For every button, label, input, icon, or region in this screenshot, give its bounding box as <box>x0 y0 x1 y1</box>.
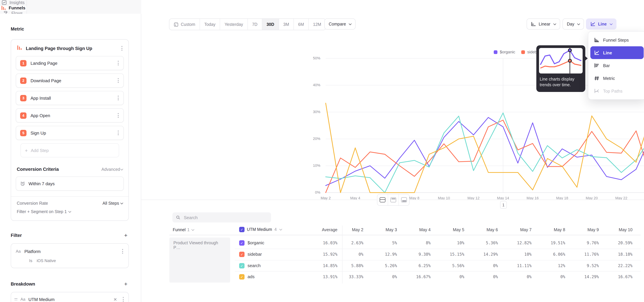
step-menu-button[interactable] <box>116 77 120 84</box>
step-number-badge: 3 <box>20 95 26 101</box>
chart-type-menu-item[interactable]: Bar <box>590 59 644 72</box>
all-steps-dropdown[interactable]: All Steps <box>102 201 123 206</box>
table-cell: 0% <box>464 264 498 268</box>
step-menu-button[interactable] <box>116 112 120 119</box>
string-type-icon: Aa <box>16 249 21 254</box>
table-row[interactable]: ✓ ads 13.91% 33.33%0%16.67%0%0%0%0%14.29… <box>170 271 644 282</box>
table-cell: 8% <box>397 240 431 245</box>
tab-label: Funnels <box>9 5 26 10</box>
annotation-marker[interactable]: 1 <box>500 201 507 209</box>
table-cell: 15.15% <box>431 252 464 257</box>
conversion-window-button[interactable]: Within 7 days <box>16 176 124 190</box>
bar-icon <box>594 63 600 68</box>
search-icon <box>176 215 180 220</box>
step-menu-button[interactable] <box>116 129 120 136</box>
add-filter-button[interactable]: + <box>123 232 129 239</box>
filter-property[interactable]: Platform <box>24 249 117 254</box>
conversion-criteria-label: Conversion Criteria <box>17 167 102 172</box>
funnel-step-row[interactable]: 3 App Install <box>16 91 124 105</box>
filter-operator[interactable]: Is <box>29 258 32 263</box>
tooltip-arrow <box>585 56 588 61</box>
table-cell: 12.9% <box>364 252 397 257</box>
date-column-header: May 6 <box>464 228 498 232</box>
table-cell: 18.18% <box>599 252 632 257</box>
date-column-header: May 10 <box>599 228 632 232</box>
table-row[interactable]: ✓ $organic 16.03% 2.63%5%8%10%5.36%12.82… <box>170 237 644 249</box>
table-cell: 20.59% <box>599 240 632 245</box>
metric-icon <box>594 76 600 81</box>
table-search <box>172 212 271 222</box>
insights-icon <box>2 0 7 5</box>
funnel-menu-button[interactable] <box>120 45 124 52</box>
conversion-rate-label: Conversion Rate <box>17 201 102 206</box>
funnel-step-row[interactable]: 4 App Open <box>16 108 124 122</box>
series-checkbox[interactable]: ✓ <box>239 240 244 246</box>
step-number-badge: 4 <box>20 112 26 118</box>
table-cell: 33.33% <box>330 274 364 279</box>
chart-type-menu-item[interactable]: Funnel Steps <box>590 34 644 46</box>
top-paths-icon <box>594 88 600 94</box>
search-input[interactable] <box>183 214 268 220</box>
report-tabs: Insights Funnels Flows Retention <box>0 0 141 14</box>
filter-menu-button[interactable] <box>121 248 124 255</box>
date-column-header: May 3 <box>364 228 397 232</box>
alarm-clock-icon <box>20 181 25 186</box>
breakdown-column-dropdown[interactable]: ✓ UTM Medium 4 <box>239 227 282 232</box>
table-cell: 14.29% <box>565 274 599 279</box>
advanced-dropdown[interactable]: Advanced <box>102 167 123 172</box>
date-column-header: May 9 <box>565 228 599 232</box>
breakdown-property[interactable]: UTM Medium <box>28 297 109 302</box>
chart-type-menu-item[interactable]: Line <box>590 46 644 59</box>
table-row[interactable]: ✓ search 14.85% 5.88%5.26%6.25%5.56%0%11… <box>170 260 644 272</box>
table-row[interactable]: ✓ sidebar 15.92% 0%12.9%9.38%15.15%14.29… <box>170 249 644 260</box>
series-checkbox[interactable]: ✓ <box>239 274 244 280</box>
breakdown-section-label: Breakdown <box>11 282 123 286</box>
date-column-header: May 5 <box>431 228 464 232</box>
date-column-headers: May 2May 3May 4May 5May 6May 7May 8May 9… <box>330 228 632 232</box>
funnel-step-row[interactable]: 2 Download Page <box>16 74 124 88</box>
table-cell: 0% <box>464 274 498 279</box>
plus-icon: + <box>25 148 28 153</box>
funnel-title: Landing Page through Sign Up <box>26 46 120 51</box>
drag-handle-icon[interactable] <box>14 298 18 300</box>
funnel-step-row[interactable]: 1 Landing Page <box>16 56 124 70</box>
chart-type-menu-item[interactable]: Top Paths <box>590 84 644 97</box>
step-label: Sign Up <box>30 130 116 136</box>
series-checkbox[interactable]: ✓ <box>239 263 244 268</box>
chart-type-menu-item[interactable]: Metric <box>590 72 644 84</box>
table-cell: 5.36% <box>464 240 498 245</box>
funnel-metric-card: Landing Page through Sign Up 1 Landing P… <box>11 39 129 221</box>
table-header: Funnel 1 ✓ UTM Medium 4 Average May 2May… <box>170 226 644 235</box>
table-cell: 12.82% <box>498 240 532 245</box>
date-column-header: May 7 <box>498 228 532 232</box>
funnel-chart-icon <box>17 45 22 52</box>
filter-card: Aa Platform Is iOS Native <box>11 243 129 268</box>
filter-value[interactable]: iOS Native <box>37 258 56 263</box>
table-cell: 10% <box>431 240 464 245</box>
add-breakdown-button[interactable]: + <box>123 280 129 288</box>
filter-segment-dropdown[interactable]: Filter + Segment on Step 1 <box>11 206 128 219</box>
string-type-icon: Aa <box>20 297 25 302</box>
table-cell: 9.38% <box>397 252 431 257</box>
table-cell: 2.63% <box>330 240 364 245</box>
table-cell: 5.88% <box>330 264 364 268</box>
select-all-checkbox[interactable]: ✓ <box>239 227 244 232</box>
step-menu-button[interactable] <box>116 94 120 102</box>
date-column-header: May 8 <box>532 228 565 232</box>
report-tab[interactable]: Insights <box>0 0 27 5</box>
y-axis-label: 20% <box>305 136 320 140</box>
breakdown-menu-button[interactable] <box>122 296 125 302</box>
step-label: Landing Page <box>30 60 116 66</box>
remove-breakdown-button[interactable]: ✕ <box>112 296 118 302</box>
tab-label: Insights <box>10 0 25 5</box>
tooltip-text: Line charts display trends over time. <box>540 76 582 88</box>
step-label: App Open <box>30 113 116 118</box>
add-step-button[interactable]: + Add Step <box>20 143 119 158</box>
table-cell: 11.76% <box>565 252 599 257</box>
step-menu-button[interactable] <box>116 60 120 67</box>
funnel-column-dropdown[interactable]: Funnel 1 <box>173 228 194 232</box>
series-checkbox[interactable]: ✓ <box>239 252 244 257</box>
funnel-step-row[interactable]: 5 Sign Up <box>16 126 124 140</box>
report-tab[interactable]: Funnels <box>0 5 27 11</box>
line-icon <box>594 50 600 55</box>
